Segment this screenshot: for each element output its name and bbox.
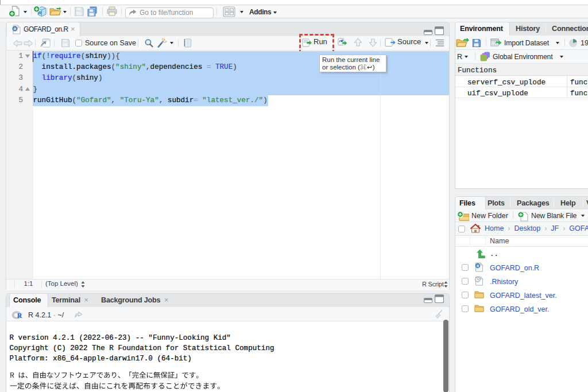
svg-text:R: R	[13, 27, 16, 31]
svg-text:R: R	[477, 264, 479, 268]
svg-text:R: R	[17, 312, 22, 320]
